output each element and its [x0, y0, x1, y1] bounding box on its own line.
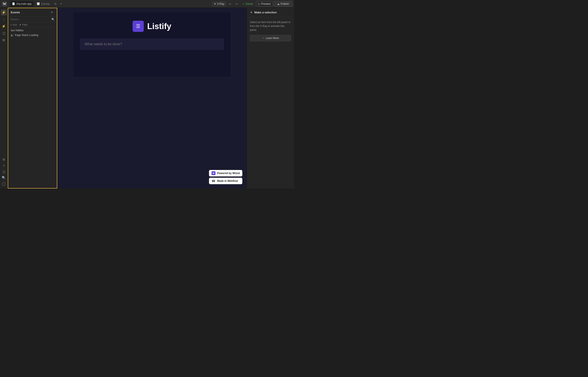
more-options-button[interactable]: ▾	[59, 1, 63, 7]
publish-icon: ☁	[277, 2, 280, 5]
canvas-icon: ⬜	[37, 2, 40, 5]
refresh-button[interactable]: ↻	[53, 1, 58, 7]
sidebar-item-user[interactable]: ◯	[1, 181, 7, 187]
xray-button[interactable]: ✦ X-Ray	[212, 1, 226, 7]
events-filter-button[interactable]: ▼ Filter	[19, 24, 28, 26]
app-logo-icon: ☰	[133, 21, 144, 32]
app-preview: ☰ Listify	[73, 12, 230, 77]
right-panel-description: Select an item from the left panel or fr…	[250, 20, 291, 32]
sort-label: Sort	[12, 24, 17, 26]
powered-badges: W Powered by Wized 𝗪 Made in Webflow	[209, 170, 242, 184]
sidebar-item-layers[interactable]: ◫	[1, 30, 7, 36]
events-search-input[interactable]	[10, 18, 50, 21]
events-panel: Events + 🔍 ≡ Sort ▼ Filter Get TODOs ⬕ P…	[8, 8, 57, 188]
sidebar-item-bolt[interactable]: ⚡	[1, 23, 7, 29]
right-panel-title: Make a selection	[254, 11, 277, 14]
file-icon: 📄	[12, 2, 15, 5]
saved-label: Saved	[246, 2, 253, 5]
learn-more-button[interactable]: → Learn More	[250, 35, 291, 41]
saved-status: ✓ Saved	[240, 1, 255, 7]
sort-icon: ≡	[10, 24, 12, 26]
xray-label: X-Ray	[217, 2, 224, 5]
filter-label: Filter	[23, 24, 28, 26]
app-todo-input[interactable]	[80, 38, 224, 50]
filter-icon: ▼	[19, 24, 22, 26]
publish-label: Publish	[281, 2, 289, 5]
right-panel: ✦ Make a selection Select an item from t…	[247, 8, 294, 188]
svg-rect-0	[2, 1, 7, 6]
events-search-bar: 🔍	[8, 17, 57, 23]
events-sort-button[interactable]: ≡ Sort	[10, 24, 17, 26]
canvas-tab[interactable]: ⬜ Canvas	[35, 1, 52, 7]
events-add-button[interactable]: +	[49, 10, 54, 15]
app-logo-symbol: ☰	[136, 24, 140, 29]
canvas-area: ☰ Listify W Powered by Wized 𝗪 Made in W…	[57, 8, 247, 188]
events-search-icon: 🔍	[51, 18, 55, 21]
saved-check-icon: ✓	[242, 2, 245, 5]
sidebar-item-search[interactable]: 🔍	[1, 175, 7, 181]
undo-button[interactable]: ↩	[227, 1, 233, 7]
events-panel-title: Events	[11, 11, 20, 14]
file-tab[interactable]: 📄 /my-todo-app	[10, 1, 34, 7]
icon-bar-bottom-group: ⚙ ? ◫ 🔍 ◯	[1, 157, 7, 187]
events-toolbar: ≡ Sort ▼ Filter	[8, 23, 57, 27]
events-section-header: Get TODOs	[8, 27, 57, 33]
events-panel-header: Events +	[8, 8, 57, 17]
right-panel-header: ✦ Make a selection	[247, 8, 294, 17]
topbar: 📄 /my-todo-app ⬜ Canvas ↻ ▾ ✦ X-Ray ↩ ↪ …	[0, 0, 294, 8]
xray-icon: ✦	[214, 2, 216, 5]
webflow-badge-icon: 𝗪	[212, 179, 215, 183]
sidebar-item-settings[interactable]: ⚙	[1, 157, 7, 163]
publish-button[interactable]: ☁ Publish	[274, 1, 292, 7]
sidebar-item-upload[interactable]: ↑	[1, 16, 7, 23]
wized-badge: W Powered by Wized	[209, 170, 242, 177]
webflow-badge-label: Made in Webflow	[217, 179, 238, 182]
wized-badge-label: Powered by Wized	[217, 172, 240, 175]
app-logo	[2, 1, 7, 7]
preview-label: Preview	[261, 2, 271, 5]
events-list-item[interactable]: ⬕ Page Starts Loading	[8, 33, 57, 38]
learn-more-label: Learn More	[266, 37, 279, 40]
app-header: ☰ Listify	[133, 21, 171, 32]
preview-icon: ▷	[258, 2, 260, 5]
learn-more-arrow-icon: →	[262, 37, 264, 40]
main-area: ⚡ ↑ ⚡ ◫ ⊞ ⚙ ? ◫ 🔍 ◯ Events + 🔍 ≡ Sort	[0, 8, 294, 188]
redo-button[interactable]: ↪	[234, 1, 239, 7]
sidebar-item-grid[interactable]: ⊞	[1, 37, 7, 43]
selection-icon: ✦	[250, 10, 253, 14]
app-title: Listify	[147, 22, 171, 31]
file-tab-label: /my-todo-app	[16, 2, 32, 5]
webflow-badge: 𝗪 Made in Webflow	[209, 178, 242, 184]
right-panel-body: Select an item from the left panel or fr…	[247, 17, 294, 35]
sidebar-item-eye[interactable]: ◫	[1, 169, 7, 175]
canvas-tab-label: Canvas	[41, 2, 50, 5]
sidebar-item-help[interactable]: ?	[1, 163, 7, 169]
page-load-icon: ⬕	[11, 34, 13, 37]
preview-button[interactable]: ▷ Preview	[256, 1, 273, 7]
sidebar-item-events[interactable]: ⚡	[1, 10, 7, 15]
events-item-label: Page Starts Loading	[15, 34, 38, 37]
icon-bar: ⚡ ↑ ⚡ ◫ ⊞ ⚙ ? ◫ 🔍 ◯	[0, 8, 8, 188]
wized-badge-icon: W	[212, 171, 215, 175]
